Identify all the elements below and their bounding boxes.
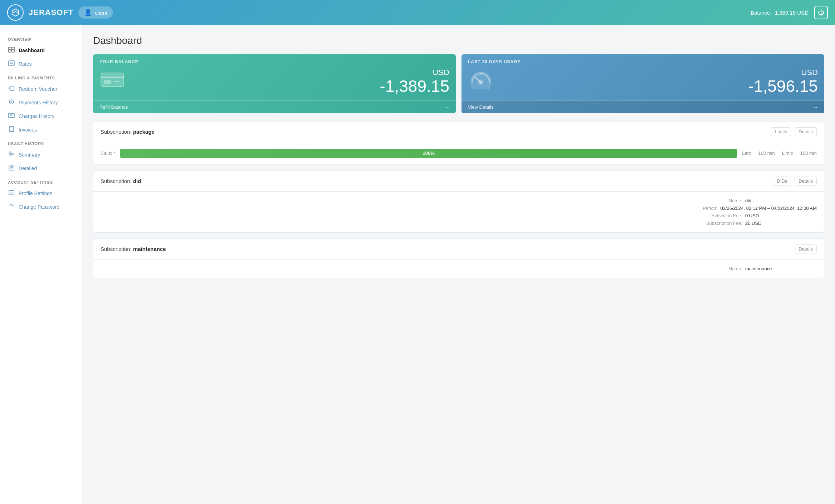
- usage-currency: USD: [748, 68, 818, 77]
- invoices-icon: [8, 126, 15, 133]
- dids-button[interactable]: DIDs: [773, 177, 791, 186]
- balance-display: Balance: -1,389.15 USD: [751, 10, 809, 16]
- sidebar-item-summary[interactable]: Summary: [0, 148, 82, 162]
- svg-rect-24: [101, 73, 124, 87]
- usage-amount-block: USD -1,596.15: [748, 68, 818, 95]
- balance-card-body: USD -1,389.15: [93, 64, 456, 100]
- sidebar-section-usage: USAGE HISTORY: [0, 137, 82, 148]
- sidebar-label-invoices: Invoices: [19, 127, 37, 133]
- activation-fee-label: Activation Fee:: [692, 213, 742, 218]
- redeem-icon: [8, 85, 15, 93]
- details-button-maintenance[interactable]: Details: [795, 244, 817, 253]
- details-button-package[interactable]: Details: [795, 127, 817, 136]
- limits-button[interactable]: Limits: [771, 127, 791, 136]
- credit-card-icon: [99, 70, 125, 93]
- name-label: Name:: [692, 198, 742, 203]
- sidebar-label-dashboard: Dashboard: [19, 48, 45, 53]
- sidebar-item-invoices[interactable]: Invoices: [0, 123, 82, 137]
- sub-title-maintenance: Subscription: maintenance: [101, 246, 166, 252]
- subscription-card-package: Subscription: package Limits Details Cal…: [93, 121, 824, 165]
- sidebar: OVERVIEW Dashboard Rates BILLING & PAYME…: [0, 25, 82, 504]
- period-value: 03/26/2024, 02:12 PM – 04/02/2024, 12:00…: [720, 206, 817, 211]
- usage-card: LAST 30 DAYS USAGE: [462, 54, 824, 113]
- balance-currency: USD: [380, 68, 449, 77]
- sidebar-label-summary: Summary: [19, 152, 40, 158]
- layout: OVERVIEW Dashboard Rates BILLING & PAYME…: [0, 25, 835, 504]
- balance-amount-block: USD -1,389.15: [380, 68, 449, 95]
- sidebar-label-rates: Rates: [19, 61, 32, 67]
- subscription-card-maintenance: Subscription: maintenance Details Name: …: [93, 238, 824, 278]
- progress-meta: Left: 100 min Limit: 100 min: [742, 150, 817, 156]
- view-details-label: View Details: [468, 104, 493, 110]
- refill-balance-link[interactable]: Refill Balance →: [93, 100, 456, 113]
- activation-fee-value: 0 USD: [745, 213, 817, 218]
- sidebar-item-profile-settings[interactable]: Profile Settings: [0, 187, 82, 200]
- svg-point-33: [474, 76, 475, 77]
- sub-body-did: Name: did Period: 03/26/2024, 02:12 PM –…: [93, 192, 824, 232]
- progress-bar-fill: 100%: [120, 149, 737, 158]
- svg-rect-1: [12, 47, 14, 50]
- sidebar-item-rates[interactable]: Rates: [0, 57, 82, 71]
- sub-name-package: package: [133, 129, 155, 135]
- svg-rect-0: [9, 47, 11, 50]
- svg-rect-3: [12, 50, 14, 52]
- logo-text: JERASOFT: [29, 8, 73, 17]
- limit-label: Limit:: [782, 150, 793, 156]
- progress-bar-wrap: 100%: [120, 149, 737, 158]
- sidebar-label-detailed: Detailed: [19, 165, 37, 171]
- sidebar-label-payments-history: Payments History: [19, 100, 58, 105]
- power-button[interactable]: ⏻: [814, 6, 828, 19]
- sidebar-item-charges-history[interactable]: Charges History: [0, 109, 82, 123]
- detailed-icon: [8, 165, 15, 172]
- refill-balance-arrow: →: [445, 104, 449, 110]
- view-details-link[interactable]: View Details →: [462, 100, 824, 113]
- sidebar-item-redeem-voucher[interactable]: Redeem Voucher: [0, 82, 82, 96]
- change-password-icon: [8, 203, 15, 211]
- subscription-card-did: Subscription: did DIDs Details Name: did…: [93, 171, 824, 233]
- sub-title-prefix-did: Subscription:: [101, 178, 133, 184]
- gauge-icon: [468, 69, 494, 94]
- sub-body-package: Calls: * 100% Left: 100 min Limit: 100 m…: [93, 142, 824, 164]
- detail-row-activation-fee: Activation Fee: 0 USD: [101, 213, 817, 218]
- rates-icon: [8, 60, 15, 68]
- summary-icon: [8, 151, 15, 158]
- charges-icon: [8, 113, 15, 120]
- sidebar-item-dashboard[interactable]: Dashboard: [0, 44, 82, 57]
- sub-header-package: Subscription: package Limits Details: [93, 122, 824, 142]
- balance-card-header: YOUR BALANCE: [93, 54, 456, 64]
- svg-point-32: [480, 73, 482, 75]
- period-label: Period:: [667, 206, 717, 211]
- maintenance-name-label: Name:: [692, 266, 742, 271]
- sidebar-label-charges-history: Charges History: [19, 113, 54, 119]
- header-left: JERASOFT 👤 client: [7, 4, 113, 21]
- sub-title-did: Subscription: did: [101, 178, 141, 184]
- user-pill[interactable]: 👤 client: [78, 6, 113, 19]
- sub-header-did: Subscription: did DIDs Details: [93, 171, 824, 192]
- svg-point-34: [487, 76, 488, 77]
- sub-actions-maintenance: Details: [795, 244, 817, 253]
- sidebar-label-profile-settings: Profile Settings: [19, 191, 52, 196]
- sidebar-label-redeem-voucher: Redeem Voucher: [19, 86, 57, 92]
- page-title: Dashboard: [93, 35, 824, 46]
- sidebar-item-change-password[interactable]: Change Password: [0, 200, 82, 214]
- usage-amount: -1,596.15: [748, 77, 818, 95]
- left-value: 100 min: [758, 150, 775, 156]
- sub-title-prefix: Subscription:: [101, 129, 133, 135]
- sidebar-item-detailed[interactable]: Detailed: [0, 162, 82, 175]
- view-details-arrow: →: [813, 104, 818, 110]
- detail-row-subscription-fee: Subscription Fee: 20 USD: [101, 221, 817, 226]
- left-label: Left:: [742, 150, 751, 156]
- sub-actions-package: Limits Details: [771, 127, 817, 136]
- main-content: Dashboard YOUR BALANCE USD: [82, 25, 835, 504]
- refill-balance-label: Refill Balance: [99, 104, 128, 110]
- sub-name-maintenance: maintenance: [133, 246, 166, 252]
- sidebar-section-overview: OVERVIEW: [0, 32, 82, 44]
- usage-card-header: LAST 30 DAYS USAGE: [462, 54, 824, 64]
- cards-row: YOUR BALANCE USD -1,389.15: [93, 54, 824, 113]
- usage-card-body: USD -1,596.15: [462, 64, 824, 100]
- details-button-did[interactable]: Details: [795, 177, 817, 186]
- dashboard-icon: [8, 47, 15, 54]
- sidebar-item-payments-history[interactable]: $ Payments History: [0, 96, 82, 109]
- sub-actions-did: DIDs Details: [773, 177, 817, 186]
- svg-rect-9: [9, 113, 14, 118]
